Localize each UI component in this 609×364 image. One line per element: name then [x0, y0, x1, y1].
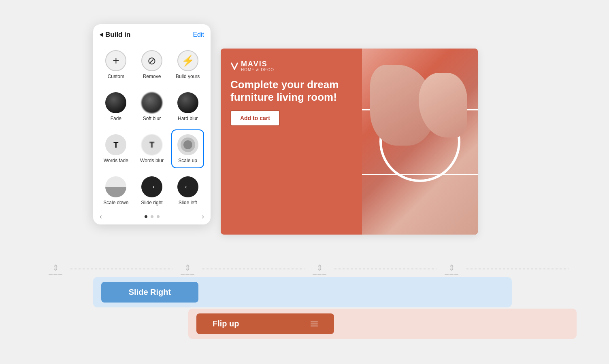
option-scale-up-label: Scale up [178, 158, 197, 163]
ad-cta-button[interactable]: Add to cart [230, 110, 280, 126]
fade-icon [105, 92, 126, 113]
option-fade[interactable]: Fade [100, 87, 132, 126]
back-arrow-icon[interactable] [100, 33, 103, 37]
timeline-line-2 [202, 269, 304, 269]
option-build-yours[interactable]: ⚡ Build yours [171, 45, 204, 84]
pagination: ‹ › [100, 215, 204, 218]
timeline-marker-2: ⇕ [181, 263, 194, 275]
option-slide-right-label: Slide right [141, 200, 162, 205]
timeline-line-4 [466, 269, 569, 269]
slide-left-icon: ← [177, 176, 198, 197]
option-build-yours-label: Build yours [176, 74, 200, 79]
pagination-dot-1 [145, 215, 147, 218]
marker-icon-4: ⇕ [448, 263, 455, 273]
ad-logo-sub: home & deco [241, 68, 274, 72]
mavis-logo-icon [230, 62, 238, 70]
timeline-marker-1: ⇕ [49, 263, 62, 275]
remove-icon: ⊘ [141, 50, 162, 71]
panel-header: Build in Edit [100, 31, 204, 39]
option-hard-blur[interactable]: Hard blur [171, 87, 204, 126]
option-soft-blur-label: Soft blur [143, 116, 161, 121]
hard-blur-icon [177, 92, 198, 113]
pagination-prev[interactable]: ‹ [100, 212, 102, 221]
ad-right-visual [362, 49, 478, 235]
edit-link[interactable]: Edit [193, 31, 204, 38]
options-grid: Custom ⊘ Remove ⚡ Build yours Fade Soft … [100, 45, 204, 210]
words-blur-icon: T [141, 134, 162, 155]
flip-up-area: Flip up [188, 309, 577, 339]
build-in-panel: Build in Edit Custom ⊘ Remove ⚡ Build yo… [93, 24, 211, 224]
timeline-line-3 [334, 269, 437, 269]
scale-up-icon [177, 134, 198, 155]
ad-left-content: MAVIS home & deco Complete your dream fu… [221, 49, 362, 235]
marker-bar-4 [445, 274, 458, 275]
marker-icon-1: ⇕ [52, 263, 59, 273]
scale-down-icon [105, 176, 126, 197]
option-words-fade[interactable]: T Words fade [100, 129, 132, 168]
option-words-blur[interactable]: T Words blur [136, 129, 168, 168]
option-fade-label: Fade [111, 116, 121, 121]
option-custom-label: Custom [108, 74, 124, 79]
option-hard-blur-label: Hard blur [178, 116, 198, 121]
build-yours-icon: ⚡ [177, 50, 198, 71]
option-words-fade-label: Words fade [104, 158, 128, 163]
soft-blur-icon [141, 92, 162, 113]
marker-icon-3: ⇕ [316, 263, 323, 273]
words-fade-icon: T [105, 134, 126, 155]
panel-title-text: Build in [105, 31, 130, 39]
panel-title-group: Build in [100, 31, 130, 39]
option-custom[interactable]: Custom [100, 45, 132, 84]
option-remove-label: Remove [143, 74, 161, 79]
option-soft-blur[interactable]: Soft blur [136, 87, 168, 126]
pagination-dot-3 [157, 215, 160, 218]
ad-preview: MAVIS home & deco Complete your dream fu… [221, 49, 478, 235]
timeline-marker-4: ⇕ [445, 263, 458, 275]
pagination-next[interactable]: › [202, 212, 204, 221]
marker-icon-2: ⇕ [184, 263, 191, 273]
ad-headline: Complete your dream furniture living roo… [230, 78, 352, 104]
option-slide-left[interactable]: ← Slide left [171, 171, 204, 210]
flip-up-label: Flip up [213, 319, 239, 328]
custom-icon [105, 50, 126, 71]
option-slide-left-label: Slide left [179, 200, 197, 205]
marker-bar-3 [313, 274, 326, 275]
marker-bar-1 [49, 274, 62, 275]
marker-bar-2 [181, 274, 194, 275]
option-scale-down-label: Scale down [103, 200, 128, 205]
pagination-dot-2 [151, 215, 153, 218]
option-slide-right[interactable]: → Slide right [136, 171, 168, 210]
option-remove[interactable]: ⊘ Remove [136, 45, 168, 84]
slide-right-icon: → [141, 176, 162, 197]
flip-up-button[interactable]: Flip up [196, 313, 334, 334]
slide-right-area: Slide Right [93, 277, 512, 307]
ad-inner: MAVIS home & deco Complete your dream fu… [221, 49, 478, 235]
ad-logo: MAVIS home & deco [230, 60, 352, 72]
option-words-blur-label: Words blur [140, 158, 164, 163]
timeline-container: ⇕ ⇕ ⇕ ⇕ [40, 263, 577, 275]
flip-up-bars-icon [311, 322, 318, 326]
slide-right-button[interactable]: Slide Right [101, 282, 198, 303]
option-scale-up[interactable]: Scale up [171, 129, 204, 168]
option-scale-down[interactable]: Scale down [100, 171, 132, 210]
ad-logo-text: MAVIS home & deco [241, 60, 274, 72]
timeline-line-1 [70, 269, 172, 269]
timeline-marker-3: ⇕ [313, 263, 326, 275]
